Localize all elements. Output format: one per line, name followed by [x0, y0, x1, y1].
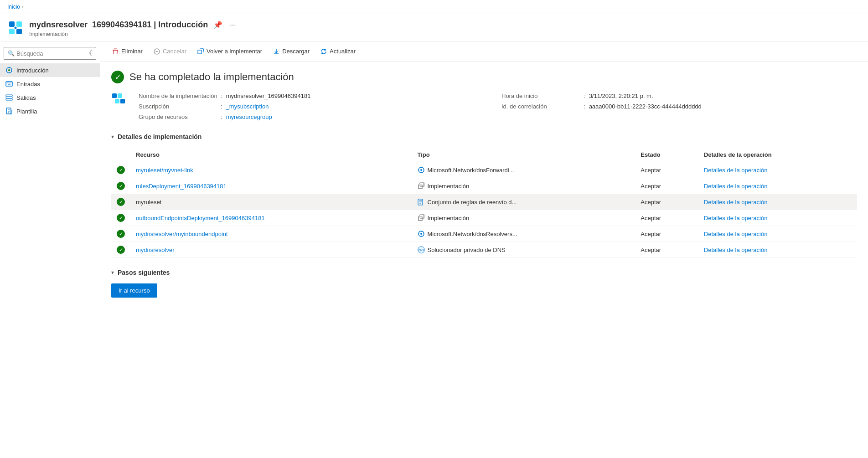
more-options-button[interactable]: ··· [228, 20, 238, 30]
svg-rect-10 [6, 97, 12, 98]
correlation-id-label: Id. de correlación [501, 103, 584, 110]
row-status-icon-cell: ✓ [111, 178, 130, 194]
row-type-cell: Implementación [412, 178, 636, 194]
breadcrumb-home[interactable]: Inicio [7, 4, 20, 10]
svg-rect-9 [6, 95, 12, 96]
resource-group-value[interactable]: myresourcegroup [226, 113, 272, 120]
breadcrumb-bar: Inicio › [0, 0, 868, 14]
row-resource-cell: myruleset/myvnet-link [130, 162, 412, 178]
svg-rect-1 [16, 21, 22, 27]
table-row: ✓ myruleset Conjunto de reglas de reenví… [111, 194, 857, 210]
download-button[interactable]: Descargar [269, 45, 314, 57]
type-text: Conjunto de reglas de reenvío d... [428, 199, 517, 206]
col-resource: Recurso [130, 148, 412, 162]
pin-button[interactable]: 📌 [212, 20, 224, 30]
refresh-button[interactable]: Actualizar [316, 45, 360, 57]
svg-rect-14 [114, 48, 117, 49]
svg-point-5 [15, 27, 17, 29]
refresh-icon [320, 48, 327, 55]
info-row-start-time: Hora de inicio : 3/11/2023, 2:20:21 p. m… [501, 93, 857, 99]
sidebar-item-plantilla[interactable]: Plantilla [0, 104, 100, 118]
operation-details-link[interactable]: Detalles de la operación [704, 199, 767, 206]
operation-details-link[interactable]: Detalles de la operación [704, 231, 767, 237]
resource-name: myruleset [136, 199, 161, 206]
status-success-icon: ✓ [117, 214, 125, 222]
status-success-icon: ✓ [117, 182, 125, 190]
page-header: mydnsresolver_1699046394181 | Introducci… [0, 14, 868, 41]
sidebar-item-entradas[interactable]: Entradas [0, 77, 100, 91]
header-text: mydnsresolver_1699046394181 | Introducci… [29, 20, 238, 37]
deployment-resource-icon [111, 93, 126, 108]
operation-details-link[interactable]: Detalles de la operación [704, 167, 767, 174]
type-text: Implementación [428, 183, 470, 190]
correlation-id-value: aaaa0000-bb11-2222-33cc-444444dddddd [589, 103, 702, 110]
operation-details-link[interactable]: Detalles de la operación [704, 215, 767, 221]
resource-link[interactable]: outboundEndpointsDeployment_169904639418… [136, 215, 265, 221]
header-title-row: mydnsresolver_1699046394181 | Introducci… [29, 20, 238, 30]
sidebar-item-introduccion[interactable]: Introducción [0, 63, 100, 77]
resource-link[interactable]: mydnsresolver [136, 247, 175, 253]
row-operation-cell: Detalles de la operación [698, 210, 857, 226]
svg-rect-20 [120, 99, 125, 103]
download-icon [273, 48, 279, 55]
entradas-label: Entradas [16, 81, 40, 87]
info-row-resource-group: Grupo de recursos : myresourcegroup [139, 113, 494, 120]
operation-details-link[interactable]: Detalles de la operación [704, 247, 767, 253]
collapse-sidebar-button[interactable]: 《 [86, 49, 92, 57]
subscription-value[interactable]: _mysubscription [226, 103, 269, 110]
svg-rect-17 [112, 93, 117, 98]
resource-link[interactable]: mydnsresolver/myinboundendpoint [136, 231, 228, 237]
start-time-value: 3/11/2023, 2:20:21 p. m. [589, 93, 653, 99]
row-type-cell: DNS Solucionador privado de DNS [412, 242, 636, 258]
success-header: ✓ Se ha completado la implementación [111, 71, 857, 83]
page-content: ✓ Se ha completado la implementación Nom… [100, 62, 868, 307]
next-steps-chevron-icon: ▾ [111, 269, 114, 276]
resource-link[interactable]: rulesDeployment_1699046394181 [136, 183, 227, 190]
header-subtitle: Implementación [29, 31, 238, 37]
table-row: ✓ mydnsresolver DNS Solucionador privado… [111, 242, 857, 258]
info-row-name: Nombre de la implementación : mydnsresol… [139, 93, 494, 99]
operation-details-link[interactable]: Detalles de la operación [704, 183, 767, 190]
chevron-down-icon: ▾ [111, 134, 114, 140]
svg-rect-23 [418, 185, 422, 189]
cancel-button: Cancelar [149, 45, 191, 57]
table-row: ✓ mydnsresolver/myinboundendpoint Micros… [111, 226, 857, 242]
svg-rect-0 [9, 21, 15, 27]
delete-icon [112, 48, 119, 55]
info-row-correlation-id: Id. de correlación : aaaa0000-bb11-2222-… [501, 103, 857, 110]
next-steps-header[interactable]: ▾ Pasos siguientes [111, 269, 857, 276]
type-icon [418, 166, 425, 174]
row-resource-cell: outboundEndpointsDeployment_169904639418… [130, 210, 412, 226]
type-icon [418, 214, 425, 221]
cancel-icon [154, 48, 160, 55]
table-body: ✓ myruleset/myvnet-link Microsoft.Networ… [111, 162, 857, 258]
svg-rect-16 [198, 50, 202, 54]
name-value: mydnsresolver_1699046394181 [226, 93, 311, 99]
sidebar-item-salidas[interactable]: Salidas [0, 91, 100, 104]
row-status-icon-cell: ✓ [111, 226, 130, 242]
svg-rect-8 [6, 82, 12, 86]
svg-text:DNS: DNS [418, 249, 424, 252]
go-to-resource-button[interactable]: Ir al recurso [111, 283, 157, 298]
col-type: Tipo [412, 148, 636, 162]
col-status: Estado [635, 148, 698, 162]
salidas-icon [5, 94, 13, 101]
delete-button[interactable]: Eliminar [108, 45, 147, 57]
resource-link[interactable]: myruleset/myvnet-link [136, 167, 193, 174]
delete-label: Eliminar [121, 48, 143, 55]
next-steps-title: Pasos siguientes [118, 269, 170, 276]
resource-icon [7, 20, 24, 36]
success-icon: ✓ [111, 71, 124, 83]
table-row: ✓ outboundEndpointsDeployment_1699046394… [111, 210, 857, 226]
row-status-icon-cell: ✓ [111, 194, 130, 210]
row-status-cell: Aceptar [635, 210, 698, 226]
row-status-icon-cell: ✓ [111, 210, 130, 226]
svg-rect-11 [6, 99, 12, 100]
redeploy-button[interactable]: Volver a implementar [193, 45, 267, 57]
deployment-details-header[interactable]: ▾ Detalles de implementación [111, 133, 857, 140]
table-row: ✓ rulesDeployment_1699046394181 Implemen… [111, 178, 857, 194]
plantilla-label: Plantilla [16, 108, 37, 115]
status-success-icon: ✓ [117, 198, 125, 206]
search-input[interactable] [16, 50, 84, 57]
type-icon [418, 198, 425, 206]
